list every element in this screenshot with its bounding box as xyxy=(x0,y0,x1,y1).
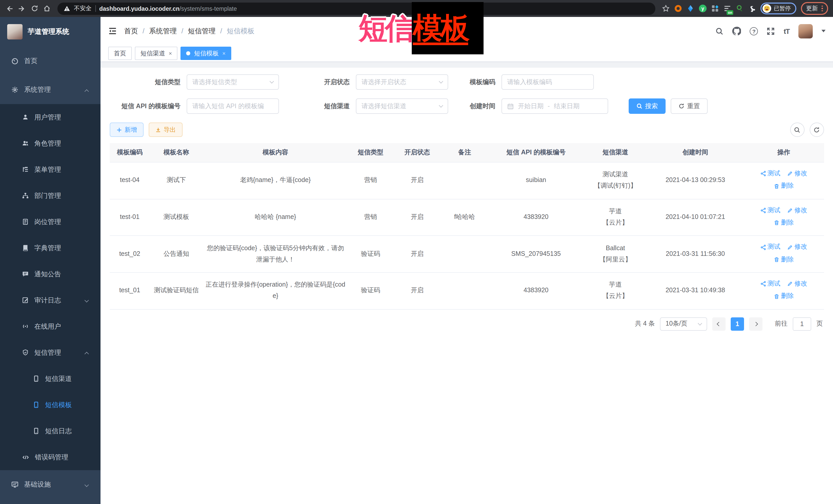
sidebar-item-sms-log[interactable]: 短信日志 xyxy=(0,418,100,444)
sms-type-select[interactable]: 请选择短信类型 xyxy=(187,74,279,90)
export-button[interactable]: 导出 xyxy=(149,123,183,137)
chevron-up-icon xyxy=(85,86,88,94)
sidebar-item-audit-log[interactable]: 审计日志 xyxy=(0,287,100,313)
chevron-up-icon xyxy=(85,349,88,356)
sitemap-icon xyxy=(22,192,29,199)
test-link[interactable]: 测试 xyxy=(760,168,781,179)
delete-link[interactable]: 删除 xyxy=(774,291,794,302)
col-created: 创建时间 xyxy=(647,143,744,162)
create-time-range-picker[interactable]: 开始日期 - 结束日期 xyxy=(501,98,608,114)
sidebar-item-users[interactable]: 用户管理 xyxy=(0,104,100,130)
ext-blue-kite-icon[interactable] xyxy=(687,5,694,12)
extensions-puzzle-icon[interactable] xyxy=(748,5,756,12)
profile-label: 已暂停 xyxy=(774,5,791,12)
template-code-input[interactable] xyxy=(501,74,594,90)
test-link[interactable]: 测试 xyxy=(760,242,781,253)
sms-template-table: 模板编码 模板名称 模板内容 短信类型 开启状态 备注 短信 API 的模板编号… xyxy=(110,143,824,309)
col-content: 模板内容 xyxy=(203,143,348,162)
sidebar-item-announcements[interactable]: 通知公告 xyxy=(0,261,100,287)
back-icon[interactable] xyxy=(5,4,13,13)
browser-update-button[interactable]: 更新 xyxy=(801,2,828,15)
help-icon[interactable]: ? xyxy=(750,27,758,35)
col-api-id: 短信 API 的模板编号 xyxy=(488,143,584,162)
edit-link[interactable]: 修改 xyxy=(787,242,807,253)
browser-toolbar: 不安全 dashboard.yudao.iocoder.cn/system/sm… xyxy=(0,0,833,17)
sidebar-item-dictionary[interactable]: 字典管理 xyxy=(0,235,100,261)
font-size-icon[interactable]: tT xyxy=(784,27,789,35)
sidebar-item-error-codes[interactable]: 错误码管理 xyxy=(0,444,100,470)
col-type: 短信类型 xyxy=(348,143,393,162)
current-page[interactable]: 1 xyxy=(731,317,744,331)
breadcrumb-sms[interactable]: 短信管理 xyxy=(188,26,216,35)
goto-page-input[interactable] xyxy=(793,317,811,331)
forward-icon[interactable] xyxy=(18,4,26,13)
security-warning-icon xyxy=(64,5,70,12)
github-icon[interactable] xyxy=(733,27,741,35)
reload-icon[interactable] xyxy=(31,5,39,12)
end-date-placeholder: 结束日期 xyxy=(554,102,579,111)
refresh-table-button[interactable] xyxy=(809,123,824,137)
start-date-placeholder: 开始日期 xyxy=(518,102,544,111)
reset-button[interactable]: 重置 xyxy=(671,98,708,114)
ext-list-on-icon[interactable]: on xyxy=(723,5,731,12)
sidebar-item-posts[interactable]: 岗位管理 xyxy=(0,209,100,235)
user-icon xyxy=(22,114,29,120)
breadcrumb-home[interactable]: 首页 xyxy=(124,26,138,35)
sidebar-item-sms[interactable]: 短信管理 xyxy=(0,339,100,365)
status-select[interactable]: 请选择开启状态 xyxy=(356,74,448,90)
browser-menu-icon[interactable] xyxy=(822,6,823,11)
chevron-down-icon xyxy=(439,79,443,83)
delete-link[interactable]: 删除 xyxy=(774,254,794,265)
show-search-button[interactable] xyxy=(790,123,804,137)
delete-link[interactable]: 删除 xyxy=(774,217,794,229)
bookmark-star-icon[interactable] xyxy=(662,5,670,12)
sidebar-collapse-icon[interactable] xyxy=(108,27,117,35)
fullscreen-icon[interactable] xyxy=(767,27,775,35)
avatar-caret-icon[interactable] xyxy=(821,30,825,32)
user-avatar[interactable] xyxy=(798,24,812,38)
edit-link[interactable]: 修改 xyxy=(787,168,807,179)
phone-icon xyxy=(33,402,40,408)
tab-home[interactable]: 首页 xyxy=(108,47,132,60)
sidebar-item-departments[interactable]: 部门管理 xyxy=(0,183,100,209)
test-link[interactable]: 测试 xyxy=(760,205,781,216)
ext-grid-icon[interactable] xyxy=(711,5,719,12)
sidebar-item-sms-channel[interactable]: 短信渠道 xyxy=(0,365,100,392)
sidebar-item-roles[interactable]: 角色管理 xyxy=(0,130,100,157)
monitor-chart-icon xyxy=(11,481,19,488)
close-icon[interactable]: × xyxy=(169,50,172,56)
calendar-icon xyxy=(507,103,514,110)
search-icon[interactable] xyxy=(716,27,724,35)
sidebar-logo[interactable]: 芋道管理系统 xyxy=(0,17,100,47)
col-channel: 短信渠道 xyxy=(584,143,647,162)
breadcrumb-system[interactable]: 系统管理 xyxy=(149,26,177,35)
add-button[interactable]: 新增 xyxy=(110,123,144,137)
browser-profile-chip[interactable]: 已暂停 xyxy=(760,3,796,14)
test-link[interactable]: 测试 xyxy=(760,279,781,290)
channel-select[interactable]: 请选择短信渠道 xyxy=(356,98,448,114)
chevron-down-icon xyxy=(698,321,702,325)
ext-orange-ring-icon[interactable] xyxy=(674,5,682,12)
sidebar-item-online-users[interactable]: 在线用户 xyxy=(0,313,100,339)
page-size-select[interactable]: 10条/页 xyxy=(660,317,707,331)
delete-link[interactable]: 删除 xyxy=(774,181,794,192)
sidebar-item-menus[interactable]: 菜单管理 xyxy=(0,157,100,183)
sidebar-item-sms-template[interactable]: 短信模板 xyxy=(0,392,100,418)
tab-sms-channel[interactable]: 短信渠道 × xyxy=(135,47,178,60)
close-icon[interactable]: × xyxy=(222,50,225,56)
address-bar[interactable]: 不安全 dashboard.yudao.iocoder.cn/system/sm… xyxy=(57,2,655,15)
tab-sms-template[interactable]: 短信模板 × xyxy=(181,47,231,60)
edit-link[interactable]: 修改 xyxy=(787,279,807,290)
gear-icon xyxy=(11,86,19,93)
sidebar-item-home[interactable]: 首页 xyxy=(0,47,100,75)
home-icon[interactable] xyxy=(43,5,51,12)
search-button[interactable]: 搜索 xyxy=(629,98,666,114)
ext-green-pen-icon[interactable] xyxy=(736,5,743,12)
edit-link[interactable]: 修改 xyxy=(787,205,807,216)
prev-page-button[interactable] xyxy=(712,317,725,331)
sidebar-item-system[interactable]: 系统管理 xyxy=(0,75,100,104)
next-page-button[interactable] xyxy=(749,317,762,331)
sidebar-item-infrastructure[interactable]: 基础设施 xyxy=(0,470,100,499)
api-template-id-input[interactable] xyxy=(187,98,279,114)
ext-green-y-icon[interactable]: y xyxy=(699,5,707,12)
